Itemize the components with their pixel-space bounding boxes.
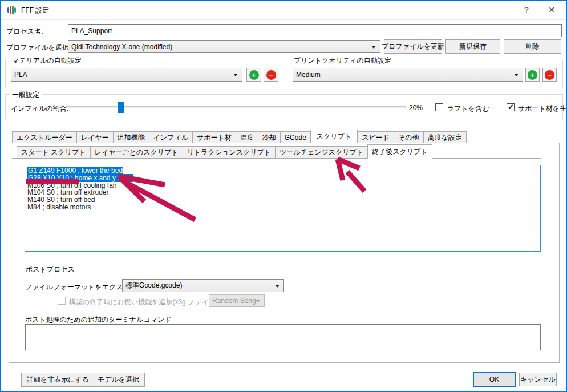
raft-label: ラフトを含む [447, 104, 489, 114]
material-value: PLA [14, 71, 27, 79]
script-line: G1 Z149 F1000 ; lower the bed [27, 167, 538, 175]
process-name-label: プロセス名: [6, 27, 43, 37]
profile-select-label: プロファイルを選択: [6, 43, 71, 52]
tab-layer[interactable]: レイヤー [76, 131, 114, 143]
infill-slider-track[interactable] [66, 106, 406, 108]
support-label: サポート材を生成 [518, 104, 567, 114]
infill-slider-handle[interactable] [118, 102, 124, 113]
cancel-button[interactable]: キャンセル [519, 373, 557, 386]
terminal-commands-textarea[interactable] [25, 324, 541, 350]
subtab-starting-script[interactable]: スタート スクリプト [17, 146, 91, 159]
tab-infill[interactable]: インフィル [149, 131, 193, 143]
script-line: M84 ; disable motors [27, 204, 538, 211]
title-bar: FFF 設定 ? ✕ [1, 1, 566, 20]
infill-percent-value: 20% [409, 104, 423, 112]
save-new-button[interactable]: 新規保存 [446, 39, 500, 54]
material-combobox[interactable]: PLA [11, 68, 242, 82]
celebration-checkbox[interactable] [58, 297, 66, 305]
tab-extruder[interactable]: エクストルーダー [12, 131, 77, 143]
script-line: M140 S0 ; turn off bed [27, 196, 538, 204]
minus-icon: − [545, 70, 554, 80]
script-line: M104 S0 ; turn off extruder [27, 189, 538, 196]
celebration-song-combobox[interactable]: Random Song [209, 294, 265, 307]
tab-temperature[interactable]: 温度 [236, 131, 258, 143]
main-tab-bar: エクストルーダー レイヤー 追加機能 インフィル サポート材 温度 冷却 GCo… [12, 130, 467, 143]
general-group-title: 一般設定 [10, 90, 42, 100]
chevron-down-icon [233, 74, 238, 76]
chevron-down-icon [514, 74, 519, 76]
process-name-input[interactable]: PLA_Support [68, 24, 562, 37]
chevron-down-icon [256, 300, 260, 302]
app-logo-icon [7, 5, 18, 15]
quality-remove-button[interactable]: − [542, 68, 557, 82]
celebration-song-value: Random Song [212, 297, 256, 305]
quality-combobox[interactable]: Medium [293, 68, 523, 82]
quality-group-title: プリントクオリティの自動設定 [291, 56, 394, 66]
chevron-down-icon [371, 46, 376, 49]
tab-advanced[interactable]: 高度な設定 [423, 131, 467, 143]
ending-script-textarea[interactable]: G1 Z149 F1000 ; lower the bed G28 X10 Y1… [25, 165, 541, 252]
terminal-commands-label: ポスト処理のための追加のターミナルコマンド [25, 315, 172, 325]
tab-support[interactable]: サポート材 [192, 131, 236, 143]
postprocess-group-title: ポストプロセス [23, 265, 77, 274]
script-tab-bar: スタート スクリプト レイヤーごとのスクリプト リトラクションスクリプト ツール… [17, 144, 432, 159]
fff-settings-dialog: FFF 設定 ? ✕ プロセス名: PLA_Support プロファイルを選択:… [0, 0, 567, 392]
profile-combobox[interactable]: Qidi Technology X-one (modified) [68, 40, 380, 53]
profile-value: Qidi Technology X-one (modified) [71, 43, 172, 51]
hide-details-button[interactable]: 詳細を非表示にする [21, 373, 95, 387]
material-group-title: マテリアルの自動設定 [10, 56, 84, 66]
delete-button[interactable]: 削除 [504, 39, 561, 54]
ok-button[interactable]: OK [473, 372, 516, 387]
subtab-ending-script[interactable]: 終了後スクリプト [367, 144, 432, 159]
tab-additions[interactable]: 追加機能 [113, 131, 149, 143]
subtab-tool-change-script[interactable]: ツールチェンジスクリプト [275, 146, 368, 159]
update-profile-button[interactable]: プロファイルを更新 [384, 39, 442, 54]
quality-value: Medium [296, 71, 321, 79]
tab-other[interactable]: その他 [394, 131, 424, 143]
export-format-combobox[interactable]: 標準Gcode.gcode) [122, 279, 284, 292]
select-models-button[interactable]: モデルを選択 [92, 373, 145, 387]
help-button[interactable]: ? [516, 1, 537, 19]
raft-checkbox[interactable] [435, 103, 443, 111]
material-remove-button[interactable]: − [264, 68, 278, 82]
plus-icon: + [249, 70, 259, 80]
export-format-value: 標準Gcode.gcode) [125, 281, 182, 290]
material-add-button[interactable]: + [246, 68, 261, 82]
chevron-down-icon [275, 285, 280, 288]
window-title: FFF 設定 [21, 6, 49, 15]
close-button[interactable]: ✕ [541, 1, 562, 19]
tab-speed[interactable]: スピード [357, 131, 394, 143]
minus-icon: − [266, 70, 276, 80]
subtab-retraction-script[interactable]: リトラクションスクリプト [183, 146, 276, 159]
support-checkbox[interactable] [507, 103, 515, 111]
plus-icon: + [528, 70, 537, 80]
script-line: G28 X10 Y10 ; home x and y axes [27, 175, 538, 182]
tab-scripts[interactable]: スクリプト [310, 130, 358, 143]
infill-label: インフィルの割合: [11, 104, 68, 114]
tab-cooling[interactable]: 冷却 [258, 131, 281, 143]
quality-add-button[interactable]: + [525, 68, 540, 82]
subtab-layer-change-script[interactable]: レイヤーごとのスクリプト [90, 146, 183, 159]
tab-gcode[interactable]: GCode [280, 131, 311, 143]
